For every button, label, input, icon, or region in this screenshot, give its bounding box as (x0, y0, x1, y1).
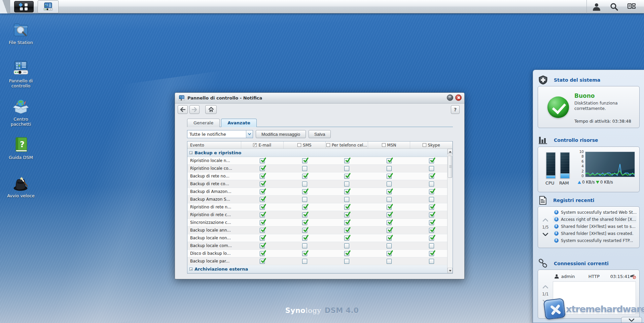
notification-checkbox[interactable] (429, 220, 434, 225)
notification-checkbox[interactable] (387, 228, 392, 233)
notification-checkbox[interactable] (260, 251, 265, 256)
notification-checkbox[interactable] (344, 158, 349, 163)
user-icon[interactable] (592, 2, 601, 11)
scroll-up-button[interactable] (448, 149, 453, 154)
log-entry[interactable]: System successfully started Web St... (553, 209, 637, 216)
notification-checkbox[interactable] (260, 243, 265, 248)
column-header-msn[interactable]: MSN (368, 142, 410, 149)
table-row[interactable]: Backup di rete no... (187, 172, 453, 180)
edit-message-button[interactable]: Modifica messaggio (256, 130, 306, 138)
notification-checkbox[interactable] (260, 205, 265, 210)
notification-checkbox[interactable] (387, 166, 392, 171)
notification-checkbox[interactable] (429, 181, 434, 187)
table-row[interactable]: Sincronizzazione c... (187, 219, 453, 227)
notification-checkbox[interactable] (260, 212, 265, 217)
notification-checkbox[interactable] (302, 236, 307, 241)
scrollbar-thumb[interactable] (448, 156, 452, 178)
column-header-e-mail[interactable]: E-mail (241, 142, 284, 149)
notification-checkbox[interactable] (260, 181, 265, 187)
close-button[interactable] (455, 94, 462, 101)
notification-checkbox[interactable] (429, 251, 434, 256)
window-titlebar[interactable]: Pannello di controllo - Notifica (175, 93, 464, 104)
help-button[interactable]: ? (451, 105, 460, 114)
notification-checkbox[interactable] (260, 166, 265, 171)
table-row[interactable]: Backup locale non... (187, 234, 453, 242)
notification-checkbox[interactable] (429, 259, 434, 264)
notification-checkbox[interactable] (302, 189, 307, 194)
scroll-down-button[interactable] (448, 268, 453, 273)
notification-checkbox[interactable] (260, 197, 265, 202)
connection-row[interactable]: admin HTTP 03:15:41 (554, 273, 636, 280)
notification-checkbox[interactable] (344, 174, 349, 179)
notification-checkbox[interactable] (344, 197, 349, 202)
notification-checkbox[interactable] (302, 243, 307, 248)
notification-checkbox[interactable] (429, 189, 434, 194)
notification-checkbox[interactable] (387, 243, 392, 248)
notification-checkbox[interactable] (429, 158, 434, 163)
notification-checkbox[interactable] (344, 189, 349, 194)
notification-checkbox[interactable] (429, 236, 434, 241)
notification-checkbox[interactable] (260, 174, 265, 179)
notification-checkbox[interactable] (429, 228, 434, 233)
notification-checkbox[interactable] (260, 259, 265, 264)
notification-checkbox[interactable] (429, 205, 434, 210)
notification-checkbox[interactable] (344, 220, 349, 225)
main-menu-button[interactable] (14, 1, 34, 12)
notification-checkbox[interactable] (387, 212, 392, 217)
taskbar-app-control-panel[interactable] (38, 0, 59, 13)
notification-checkbox[interactable] (302, 220, 307, 225)
tab-generale[interactable]: Generale (187, 119, 220, 127)
notification-checkbox[interactable] (302, 259, 307, 264)
page-down-icon[interactable] (543, 233, 548, 236)
column-checkbox[interactable] (423, 143, 426, 147)
notification-checkbox[interactable] (429, 243, 434, 248)
notification-checkbox[interactable] (302, 174, 307, 179)
column-checkbox[interactable] (326, 143, 330, 147)
column-checkbox[interactable] (253, 143, 257, 147)
tab-avanzate[interactable]: Avanzate (221, 119, 256, 127)
vertical-scrollbar[interactable] (447, 149, 453, 273)
notification-checkbox[interactable] (429, 166, 434, 171)
back-button[interactable] (178, 105, 188, 114)
notification-filter-select[interactable]: Tutte le notifiche (187, 130, 253, 138)
column-header-sms[interactable]: SMS (284, 142, 326, 149)
notification-checkbox[interactable] (387, 259, 392, 264)
notification-checkbox[interactable] (302, 158, 307, 163)
desktop-icon-control-panel[interactable]: Pannello di controllo (3, 60, 38, 88)
page-up-icon[interactable] (543, 218, 548, 221)
notification-checkbox[interactable] (302, 181, 307, 187)
group-header[interactable]: Archiviazione esterna (187, 265, 453, 273)
notification-checkbox[interactable] (344, 236, 349, 241)
table-row[interactable]: Backup locale ann... (187, 227, 453, 234)
desktop-icon-dsm-help[interactable]: ?Guida DSM (3, 136, 38, 160)
group-header[interactable]: Backup e ripristino (187, 149, 453, 157)
notification-checkbox[interactable] (387, 220, 392, 225)
log-entry[interactable]: System successfully restarted FTP... (553, 237, 637, 244)
table-row[interactable]: Ripristino di rete n... (187, 203, 453, 211)
home-button[interactable] (205, 105, 217, 114)
notification-checkbox[interactable] (344, 228, 349, 233)
notification-checkbox[interactable] (344, 181, 349, 187)
save-button[interactable]: Salva (309, 130, 331, 138)
notification-checkbox[interactable] (387, 197, 392, 202)
table-row[interactable]: Disco di backup lo... (187, 250, 453, 257)
notification-checkbox[interactable] (302, 251, 307, 256)
notification-checkbox[interactable] (387, 205, 392, 210)
notification-checkbox[interactable] (344, 212, 349, 217)
notification-checkbox[interactable] (302, 228, 307, 233)
notification-checkbox[interactable] (387, 236, 392, 241)
notification-checkbox[interactable] (387, 158, 392, 163)
notification-checkbox[interactable] (344, 259, 349, 264)
notification-checkbox[interactable] (344, 243, 349, 248)
notification-checkbox[interactable] (429, 212, 434, 217)
notification-checkbox[interactable] (260, 236, 265, 241)
table-row[interactable]: Backup Amazon S... (187, 196, 453, 203)
disconnect-icon[interactable] (630, 274, 636, 279)
notification-checkbox[interactable] (344, 166, 349, 171)
notification-checkbox[interactable] (429, 174, 434, 179)
minimize-button[interactable] (447, 94, 453, 101)
notification-checkbox[interactable] (302, 205, 307, 210)
table-row[interactable]: Backup locale par... (187, 257, 453, 265)
notification-checkbox[interactable] (387, 251, 392, 256)
log-entry[interactable]: Shared folder [XHTest] was created. (553, 230, 637, 237)
